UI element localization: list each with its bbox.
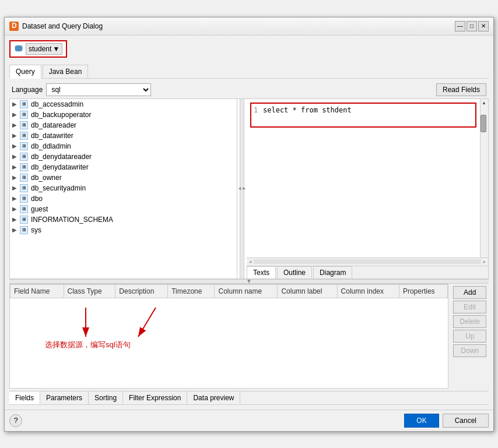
tree-arrow-icon: ▶ bbox=[12, 206, 18, 212]
table-header-cell: Column label bbox=[278, 284, 337, 298]
tree-arrow-icon: ▶ bbox=[12, 122, 18, 128]
dataset-toolbar: student ▼ bbox=[9, 40, 67, 58]
help-button[interactable]: ? bbox=[9, 414, 22, 427]
database-icon bbox=[14, 44, 23, 54]
tree-item[interactable]: ▶ ⊞ db_datawriter bbox=[10, 130, 237, 141]
edit-button[interactable]: Edit bbox=[453, 301, 486, 313]
sql-content: 1 select * from sthdent bbox=[247, 99, 480, 257]
tree-item[interactable]: ▶ ⊞ db_owner bbox=[10, 172, 237, 183]
nav-tab-sorting[interactable]: Sorting bbox=[89, 391, 123, 404]
table-icon: ⊞ bbox=[20, 174, 28, 182]
ok-button[interactable]: OK bbox=[404, 414, 439, 428]
fields-table: Field NameClass TypeDescriptionTimezoneC… bbox=[10, 284, 448, 388]
footer: ? OK Cancel bbox=[5, 410, 493, 431]
tree-content: ▶ ⊞ db_accessadmin▶ ⊞ db_backupoperator▶… bbox=[10, 99, 237, 235]
delete-button[interactable]: Delete bbox=[453, 315, 486, 328]
tree-item[interactable]: ▶ ⊞ INFORMATION_SCHEMA bbox=[10, 214, 237, 225]
down-button[interactable]: Down bbox=[453, 344, 486, 357]
tree-item[interactable]: ▶ ⊞ sys bbox=[10, 225, 237, 235]
tree-item[interactable]: ▶ ⊞ db_datareader bbox=[10, 120, 237, 130]
editor-tabs: Texts Outline Diagram bbox=[247, 266, 488, 278]
scroll-up-icon: ▲ bbox=[481, 99, 488, 107]
table-header-cell: Description bbox=[115, 284, 168, 298]
cancel-button[interactable]: Cancel bbox=[443, 414, 489, 428]
table-icon: ⊞ bbox=[20, 132, 28, 140]
sql-scrollbar[interactable]: ▲ bbox=[480, 99, 488, 257]
tree-item[interactable]: ▶ ⊞ db_securityadmin bbox=[10, 183, 237, 193]
tree-item-label: db_securityadmin bbox=[31, 184, 86, 192]
table-icon: ⊞ bbox=[20, 195, 28, 203]
h-scroll-left-icon: ◄ bbox=[248, 259, 252, 264]
nav-tab-parameters[interactable]: Parameters bbox=[40, 391, 89, 404]
tab-texts[interactable]: Texts bbox=[247, 266, 276, 278]
h-scroll-track[interactable] bbox=[254, 259, 481, 264]
nav-tab-filter[interactable]: Filter Expression bbox=[123, 391, 187, 404]
table-icon: ⊞ bbox=[20, 216, 28, 224]
dataset-dropdown[interactable]: student ▼ bbox=[26, 43, 62, 55]
close-button[interactable]: ✕ bbox=[478, 21, 489, 31]
tab-diagram[interactable]: Diagram bbox=[313, 266, 352, 278]
tree-item-label: db_owner bbox=[31, 174, 62, 182]
sql-textarea[interactable]: select * from sthdent bbox=[251, 104, 475, 125]
title-bar: D Dataset and Query Dialog — □ ✕ bbox=[5, 17, 493, 36]
tree-item-label: INFORMATION_SCHEMA bbox=[31, 216, 113, 224]
sql-area-wrapper: 1 select * from sthdent bbox=[250, 103, 476, 128]
tree-item[interactable]: ▶ ⊞ dbo bbox=[10, 193, 237, 204]
tree-item[interactable]: ▶ ⊞ db_denydatareader bbox=[10, 151, 237, 162]
tree-arrow-icon: ▶ bbox=[12, 101, 18, 107]
language-label: Language bbox=[12, 86, 43, 94]
table-icon: ⊞ bbox=[20, 153, 28, 161]
nav-tabs: Fields Parameters Sorting Filter Express… bbox=[9, 391, 489, 405]
table-header-row: Field NameClass TypeDescriptionTimezoneC… bbox=[10, 284, 448, 298]
table-icon: ⊞ bbox=[20, 163, 28, 171]
h-scroll[interactable]: ◄ ► bbox=[247, 257, 488, 266]
tree-arrow-icon: ▶ bbox=[12, 111, 18, 118]
table-header-cell: Timezone bbox=[168, 284, 215, 298]
nav-tab-preview[interactable]: Data preview bbox=[187, 391, 240, 404]
h-scroll-right-icon: ► bbox=[482, 259, 487, 264]
table-icon: ⊞ bbox=[20, 121, 28, 129]
tree-item-label: db_datareader bbox=[31, 121, 76, 129]
read-fields-button[interactable]: Read Fields bbox=[436, 83, 486, 96]
tree-arrow-icon: ▶ bbox=[12, 195, 18, 202]
tree-item[interactable]: ▶ ⊞ db_denydatawriter bbox=[10, 162, 237, 172]
tree-item[interactable]: ▶ ⊞ guest bbox=[10, 204, 237, 214]
add-button[interactable]: Add bbox=[453, 286, 486, 299]
language-select[interactable]: sql bbox=[46, 83, 151, 96]
minimize-button[interactable]: — bbox=[455, 21, 465, 31]
dialog-title: Dataset and Query Dialog bbox=[22, 22, 103, 30]
tab-java-bean[interactable]: Java Bean bbox=[43, 65, 89, 78]
sql-row: 1 select * from sthdent ▲ bbox=[247, 99, 488, 257]
tree-item[interactable]: ▶ ⊞ db_backupoperator bbox=[10, 110, 237, 120]
table-header-cell: Class Type bbox=[64, 284, 115, 298]
table-header-cell: Column name bbox=[215, 284, 278, 298]
up-button[interactable]: Up bbox=[453, 330, 486, 343]
tab-outline[interactable]: Outline bbox=[277, 266, 312, 278]
vertical-splitter[interactable]: ◄► bbox=[240, 99, 244, 278]
tree-item[interactable]: ▶ ⊞ db_accessadmin bbox=[10, 99, 237, 110]
tree-item[interactable]: ▶ ⊞ db_ddladmin bbox=[10, 141, 237, 151]
scroll-thumb[interactable] bbox=[481, 115, 486, 132]
dataset-name: student bbox=[29, 45, 51, 53]
tree-item-label: db_datawriter bbox=[31, 132, 73, 140]
dialog-window: D Dataset and Query Dialog — □ ✕ student bbox=[4, 17, 494, 432]
tab-query[interactable]: Query bbox=[9, 65, 41, 79]
tree-arrow-icon: ▶ bbox=[12, 132, 18, 139]
horizontal-splitter[interactable]: ▼ bbox=[9, 279, 489, 284]
table-icon: ⊞ bbox=[20, 111, 28, 119]
left-tree-panel: ▶ ⊞ db_accessadmin▶ ⊞ db_backupoperator▶… bbox=[10, 99, 237, 278]
table-icon: ⊞ bbox=[20, 142, 28, 150]
fields-data-table: Field NameClass TypeDescriptionTimezoneC… bbox=[10, 284, 448, 298]
maximize-button[interactable]: □ bbox=[467, 21, 477, 31]
tree-item-label: db_ddladmin bbox=[31, 142, 71, 150]
line-number: 1 bbox=[254, 106, 258, 114]
tree-item-label: guest bbox=[31, 205, 48, 213]
table-header-cell: Column index bbox=[337, 284, 399, 298]
tree-item-label: db_denydatareader bbox=[31, 153, 92, 161]
tree-arrow-icon: ▶ bbox=[12, 143, 18, 149]
title-buttons: — □ ✕ bbox=[455, 21, 489, 31]
nav-tab-fields[interactable]: Fields bbox=[9, 391, 40, 404]
right-sql-panel: 1 select * from sthdent ▲ ◄ ► bbox=[247, 99, 488, 278]
side-buttons: Add Edit Delete Up Down bbox=[451, 284, 489, 389]
tree-item-label: db_backupoperator bbox=[31, 111, 91, 119]
